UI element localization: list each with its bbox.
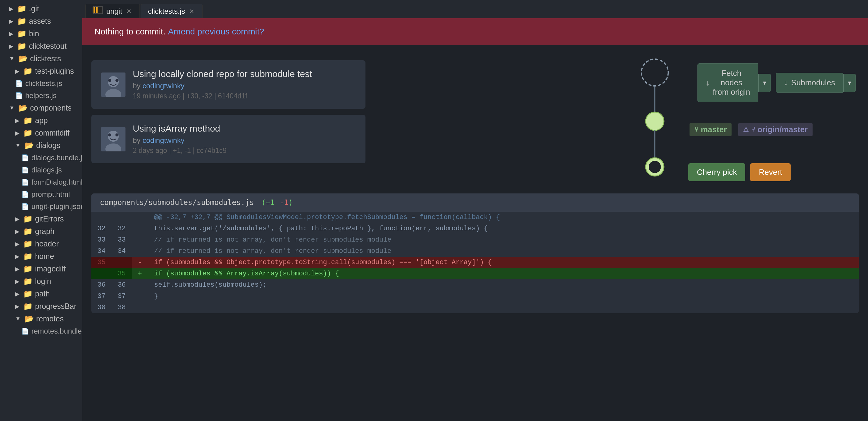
- svg-point-6: [116, 79, 119, 82]
- file-icon: 📄: [21, 328, 29, 335]
- sidebar-item-label: app: [35, 116, 48, 125]
- folder-icon: 📁: [23, 227, 33, 236]
- diff-line-num-new-removed: [112, 257, 131, 268]
- diff-info-content: @@ -32,7 +32,7 @@ SubmodulesViewModel.pr…: [148, 212, 859, 223]
- folder-icon: 📂: [24, 141, 34, 150]
- sidebar-item-path[interactable]: ▶ 📁 path: [0, 288, 82, 300]
- sidebar-item-ungit-plugin[interactable]: 📄 ungit-plugin.json: [0, 201, 82, 213]
- fetch-label: Fetch nodes from origin: [713, 68, 750, 97]
- sidebar-item-label: prompt.html: [31, 190, 70, 199]
- revert-button[interactable]: Revert: [750, 163, 790, 181]
- sidebar-item-clicktests-js[interactable]: 📄 clicktests.js: [0, 78, 82, 90]
- sidebar-item-remotes[interactable]: ▼ 📂 remotes: [0, 312, 82, 325]
- diff-line-num: [91, 212, 112, 223]
- tab-ungit-close[interactable]: ✕: [125, 7, 133, 16]
- sidebar-item-imagediff[interactable]: ▶ 📁 imagediff: [0, 263, 82, 275]
- sidebar-item-prompt[interactable]: 📄 prompt.html: [0, 188, 82, 201]
- branch-fork-icon: ⑂: [694, 125, 699, 133]
- folder-icon: 📂: [18, 54, 28, 63]
- collapse-arrow-icon: ▶: [9, 5, 13, 12]
- sidebar-item-header[interactable]: ▶ 📁 header: [0, 238, 82, 250]
- sidebar-item-graph[interactable]: ▶ 📁 graph: [0, 225, 82, 238]
- submodules-button[interactable]: ↓ Submodules: [776, 73, 843, 93]
- diff-line-content: }: [148, 291, 859, 302]
- diff-line-num-old: 33: [91, 234, 112, 245]
- fetch-dropdown-arrow-icon: ▾: [763, 79, 766, 87]
- sidebar-item-components[interactable]: ▼ 📂 components: [0, 102, 82, 114]
- commit-author-link-0[interactable]: codingtwinky: [143, 82, 184, 90]
- tab-ungit-label: ungit: [106, 7, 122, 16]
- collapse-arrow-icon: ▼: [15, 142, 21, 149]
- diff-sign: [132, 245, 148, 257]
- folder-icon: 📂: [24, 314, 34, 323]
- diff-line-num-old: 38: [91, 302, 112, 313]
- sidebar-item-git[interactable]: ▶ 📁 .git: [0, 2, 82, 15]
- sidebar-item-formdialog[interactable]: 📄 formDialog.html: [0, 176, 82, 188]
- sidebar-item-test-plugins[interactable]: ▶ 📁 test-plugins: [0, 65, 82, 78]
- sidebar-item-bin[interactable]: ▶ 📁 bin: [0, 27, 82, 40]
- sidebar-item-app[interactable]: ▶ 📁 app: [0, 114, 82, 127]
- collapse-arrow-icon: ▶: [15, 253, 20, 260]
- sidebar-item-dialogs-bundle[interactable]: 📄 dialogs.bundle.js: [0, 152, 82, 164]
- sidebar-item-assets[interactable]: ▶ 📁 assets: [0, 15, 82, 27]
- origin-master-label[interactable]: ⚠ ⑂ origin/master: [738, 123, 812, 136]
- tab-clicktests-js[interactable]: clicktests.js ✕: [141, 4, 203, 18]
- folder-icon: 📁: [23, 290, 33, 298]
- folder-icon: 📁: [17, 17, 27, 26]
- collapse-arrow-icon: ▶: [15, 68, 20, 74]
- commit-author-link-1[interactable]: codingtwinky: [143, 136, 184, 144]
- sidebar-item-login[interactable]: ▶ 📁 login: [0, 275, 82, 288]
- sidebar-item-commitdiff[interactable]: ▶ 📁 commitdiff: [0, 127, 82, 139]
- commit-card-0[interactable]: Using locally cloned repo for submodule …: [91, 60, 366, 109]
- sidebar-item-label: path: [35, 290, 50, 298]
- commit-time-0: 19 minutes ago: [133, 92, 181, 100]
- commit-card-1[interactable]: Using isArray method by codingtwinky 2 d…: [91, 115, 366, 163]
- diff-line-num-old: 37: [91, 291, 112, 302]
- fetch-dropdown-button[interactable]: ▾: [758, 74, 771, 92]
- sidebar-item-dialogs[interactable]: ▼ 📂 dialogs: [0, 139, 82, 152]
- collapse-arrow-icon: ▶: [15, 278, 20, 285]
- diff-row-37: 37 37 }: [91, 291, 859, 302]
- sidebar-item-home[interactable]: ▶ 📁 home: [0, 250, 82, 263]
- commit-1-actions: Cherry pick Revert: [685, 151, 868, 193]
- folder-icon: 📁: [23, 252, 33, 261]
- nothing-to-commit-text: Nothing to commit.: [94, 27, 165, 36]
- tab-clicktests-close[interactable]: ✕: [188, 7, 195, 16]
- amend-commit-link[interactable]: Amend previous commit?: [168, 27, 264, 36]
- diff-header: components/submodules/submodules.js (+1 …: [91, 193, 859, 212]
- collapse-arrow-icon: ▶: [15, 241, 20, 247]
- svg-point-12: [642, 59, 668, 86]
- sidebar-item-label: assets: [29, 17, 51, 26]
- file-icon: 📄: [21, 179, 29, 186]
- diff-sign: [132, 291, 148, 302]
- diff-sign-removed: -: [132, 257, 148, 268]
- diff-row-35-added: 35 + if (submodules && Array.isArray(sub…: [91, 268, 859, 279]
- folder-icon: 📁: [17, 29, 27, 38]
- submodules-dropdown-button[interactable]: ▾: [843, 74, 856, 92]
- svg-point-5: [108, 79, 111, 82]
- sidebar-item-label: helpers.js: [25, 91, 57, 100]
- sidebar-item-dialogs-js[interactable]: 📄 dialogs.js: [0, 164, 82, 176]
- avatar-svg-1: [101, 127, 125, 151]
- sidebar-item-remotes-bundle[interactable]: 📄 remotes.bundle.js: [0, 325, 82, 337]
- commits-list: Using locally cloned repo for submodule …: [82, 54, 624, 193]
- sidebar-item-label: progressBar: [35, 302, 76, 311]
- diff-table: @@ -32,7 +32,7 @@ SubmodulesViewModel.pr…: [91, 212, 859, 313]
- diff-line-num-new: 38: [112, 302, 131, 313]
- sidebar-item-giterrors[interactable]: ▶ 📁 gitErrors: [0, 213, 82, 225]
- fetch-nodes-button[interactable]: ↓ Fetch nodes from origin: [698, 63, 758, 102]
- diff-line-removed-content: if (submodules && Object.prototype.toStr…: [148, 257, 859, 268]
- sidebar-item-clicktests[interactable]: ▼ 📂 clicktests: [0, 52, 82, 65]
- master-branch-label[interactable]: ⑂ master: [689, 123, 732, 136]
- diff-sign-added: +: [132, 268, 148, 279]
- sidebar-item-label: imagediff: [35, 264, 66, 273]
- file-icon: 📄: [21, 166, 29, 174]
- sidebar-item-progressbar[interactable]: ▶ 📁 progressBar: [0, 300, 82, 312]
- tab-ungit[interactable]: ▌▌ ungit ✕: [85, 4, 140, 18]
- cherry-pick-button[interactable]: Cherry pick: [688, 163, 745, 181]
- folder-icon: 📁: [23, 67, 33, 76]
- sidebar-item-clicktestout[interactable]: ▶ 📁 clicktestout: [0, 40, 82, 52]
- diff-line-content: // if returned is not array, don't rende…: [148, 245, 859, 257]
- diff-row-38: 38 38: [91, 302, 859, 313]
- sidebar-item-helpers-js[interactable]: 📄 helpers.js: [0, 90, 82, 102]
